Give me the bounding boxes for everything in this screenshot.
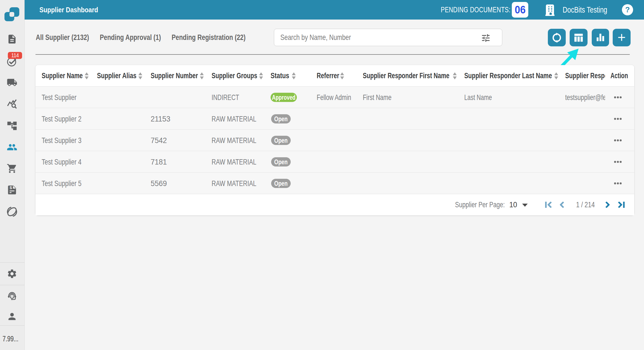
svg-text:$: $: [10, 185, 12, 190]
